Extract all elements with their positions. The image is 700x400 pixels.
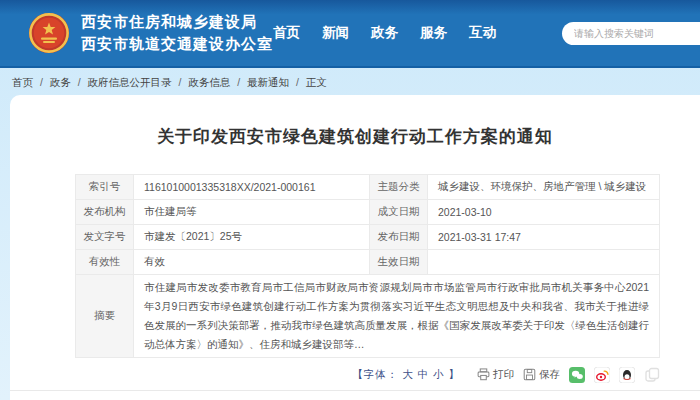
validity-label: 有效性 xyxy=(76,250,134,275)
breadcrumb-separator: / xyxy=(78,76,81,88)
save-label: 保存 xyxy=(539,368,560,382)
issuing-agency-label: 发布机构 xyxy=(76,200,134,225)
breadcrumb: 首页 / 政务 / 政府信息公开目录 / 政务信息 / 最新通知 / 正文 xyxy=(0,68,700,96)
abstract-label: 摘要 xyxy=(76,275,134,358)
qq-share-icon[interactable] xyxy=(619,367,635,383)
issuing-agency-value: 市住建局等 xyxy=(134,200,370,225)
print-label: 打印 xyxy=(493,368,514,382)
site-title: 西安市住房和城乡建设局 西安市轨道交通建设办公室 xyxy=(81,11,273,55)
copy-link-icon[interactable] xyxy=(644,367,660,383)
table-row: 摘要 市住建局市发改委市教育局市工信局市财政局市资源规划局市市场监管局市行政审批… xyxy=(76,275,660,358)
breadcrumb-home[interactable]: 首页 xyxy=(12,76,33,88)
nav-services[interactable]: 服务 xyxy=(420,24,447,42)
weibo-share-icon[interactable] xyxy=(594,367,610,383)
nav-government[interactable]: 政务 xyxy=(371,24,398,42)
printer-icon xyxy=(477,368,490,381)
table-row: 发文字号 市建发〔2021〕25号 发布日期 2021-03-31 17:47 xyxy=(76,225,660,250)
index-number-value: 1161010001335318XX/2021-000161 xyxy=(134,175,370,200)
nav-home[interactable]: 首页 xyxy=(273,24,300,42)
written-date-value: 2021-03-10 xyxy=(428,200,660,225)
table-row: 有效性 有效 生效日期 xyxy=(76,250,660,275)
main-nav: 首页 新闻 政务 服务 互动 xyxy=(273,24,496,42)
breadcrumb-latest-notices[interactable]: 最新通知 xyxy=(247,76,289,88)
font-size-prefix: 【字体： xyxy=(352,368,398,380)
nav-news[interactable]: 新闻 xyxy=(322,24,349,42)
abstract-value: 市住建局市发改委市教育局市工信局市财政局市资源规划局市市场监管局市行政审批局市机… xyxy=(134,275,660,358)
table-row: 发布机构 市住建局等 成文日期 2021-03-10 xyxy=(76,200,660,225)
validity-value: 有效 xyxy=(134,250,370,275)
topic-category-value: 城乡建设、环境保护、房地产管理 \ 城乡建设 xyxy=(428,175,660,200)
publish-date-label: 发布日期 xyxy=(370,225,428,250)
publish-date-value: 2021-03-31 17:47 xyxy=(428,225,660,250)
site-header: 西安市住房和城乡建设局 西安市轨道交通建设办公室 首页 新闻 政务 服务 互动 xyxy=(0,0,700,68)
breadcrumb-government[interactable]: 政务 xyxy=(50,76,71,88)
font-size-medium-button[interactable]: 中 xyxy=(418,368,430,380)
table-row: 索引号 1161010001335318XX/2021-000161 主题分类 … xyxy=(76,175,660,200)
breadcrumb-separator: / xyxy=(178,76,181,88)
article-toolbar: 【字体： 大 中 小 】 打印 保存 xyxy=(60,367,660,383)
font-size-large-button[interactable]: 大 xyxy=(402,368,414,380)
breadcrumb-separator: / xyxy=(296,76,299,88)
save-icon xyxy=(523,368,536,381)
font-size-control: 【字体： 大 中 小 】 xyxy=(352,368,460,382)
effective-date-value xyxy=(428,250,660,275)
search-box[interactable] xyxy=(562,22,700,45)
article-card: 关于印发西安市绿色建筑创建行动工作方案的通知 索引号 1161010001335… xyxy=(10,95,700,400)
content-divider xyxy=(10,390,700,391)
site-title-line1: 西安市住房和城乡建设局 xyxy=(81,11,273,33)
national-emblem-logo xyxy=(28,12,70,54)
breadcrumb-gov-info[interactable]: 政务信息 xyxy=(188,76,230,88)
breadcrumb-separator: / xyxy=(237,76,240,88)
topic-category-label: 主题分类 xyxy=(370,175,428,200)
document-number-label: 发文字号 xyxy=(76,225,134,250)
breadcrumb-current: 正文 xyxy=(306,76,327,88)
save-button[interactable]: 保存 xyxy=(523,368,560,382)
document-number-value: 市建发〔2021〕25号 xyxy=(134,225,370,250)
nav-interaction[interactable]: 互动 xyxy=(469,24,496,42)
document-meta-table: 索引号 1161010001335318XX/2021-000161 主题分类 … xyxy=(75,174,660,358)
print-button[interactable]: 打印 xyxy=(477,368,514,382)
page-title: 关于印发西安市绿色建筑创建行动工作方案的通知 xyxy=(60,125,650,148)
breadcrumb-info-directory[interactable]: 政府信息公开目录 xyxy=(88,76,172,88)
font-size-suffix: 】 xyxy=(449,368,461,380)
search-input[interactable] xyxy=(574,28,700,39)
breadcrumb-separator: / xyxy=(40,76,43,88)
site-title-line2: 西安市轨道交通建设办公室 xyxy=(81,33,273,55)
index-number-label: 索引号 xyxy=(76,175,134,200)
effective-date-label: 生效日期 xyxy=(370,250,428,275)
font-size-small-button[interactable]: 小 xyxy=(433,368,445,380)
page: 西安市住房和城乡建设局 西安市轨道交通建设办公室 首页 新闻 政务 服务 互动 … xyxy=(0,0,700,400)
written-date-label: 成文日期 xyxy=(370,200,428,225)
wechat-share-icon[interactable] xyxy=(569,367,585,383)
